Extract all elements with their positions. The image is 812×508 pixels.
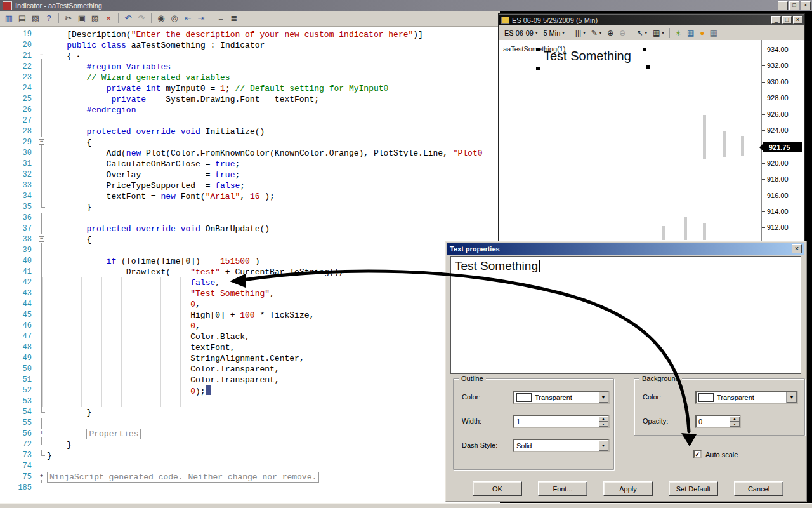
cancel-button[interactable]: Cancel (734, 481, 783, 496)
dialog-close-button[interactable]: × (792, 244, 802, 253)
crosshair-icon[interactable]: ▦▾ (650, 28, 667, 38)
spin-down-icon[interactable]: ▼ (598, 422, 608, 427)
code-line[interactable]: 40 if (ToTime(Time[0]) == 151500 ) (0, 256, 500, 267)
code-line[interactable]: 39 (0, 245, 500, 256)
code-line[interactable]: 73} (0, 450, 500, 461)
data-grid-icon[interactable]: ▦ (707, 28, 719, 38)
code-line[interactable]: 41 DrawText( "test" + CurrentBar.ToStrin… (0, 267, 500, 277)
copy-icon[interactable]: ▣ (76, 13, 88, 24)
code-line[interactable]: 21− { • (0, 51, 500, 62)
chart-style-icon[interactable]: |||▾ (573, 28, 588, 38)
code-line[interactable]: 54 } (0, 407, 500, 418)
zoom-out-icon[interactable]: ⊖ (617, 28, 628, 38)
font-button[interactable]: Font... (538, 481, 587, 496)
chart-text-object[interactable]: Test Something (544, 49, 631, 64)
code-line[interactable]: 185 (0, 483, 500, 493)
cut-icon[interactable]: ✂ (63, 13, 74, 24)
period-selector[interactable]: 5 Min▾ (540, 29, 566, 37)
code-line[interactable]: 33 PriceTypeSupported = false; (0, 180, 500, 191)
code-line[interactable]: 72 } (0, 439, 500, 450)
code-line[interactable]: 23 // Wizard generated variables (0, 72, 500, 83)
session-clock-icon[interactable]: ● (697, 28, 707, 38)
decrease-indent-icon[interactable]: ⇤ (182, 13, 193, 24)
selection-handle[interactable] (646, 65, 650, 69)
print-icon[interactable]: ▤ (16, 13, 28, 24)
code-line[interactable]: 35 } (0, 202, 500, 213)
code-line[interactable]: 19 [Description("Enter the description o… (0, 29, 500, 40)
drawing-tools-icon[interactable]: ✎▾ (589, 28, 605, 38)
outline-color-select[interactable]: Transparent ▼ (513, 391, 610, 404)
fold-collapse-icon[interactable]: − (37, 51, 47, 62)
code-line[interactable]: 51 Color.Transparent, (0, 375, 500, 385)
code-line[interactable]: 43 "Test Something", (0, 288, 500, 299)
dialog-titlebar[interactable]: Text properties × (447, 243, 804, 255)
code-line[interactable]: 22 #region Variables (0, 62, 500, 72)
code-line[interactable]: 27 (0, 116, 500, 126)
fold-expand-icon[interactable]: + (37, 472, 47, 483)
close-button[interactable]: × (793, 16, 802, 24)
code-line[interactable]: 26 #endregion (0, 105, 500, 116)
redo-icon[interactable]: ↷ (136, 13, 147, 24)
chart-titlebar[interactable]: ES 06-09 5/29/2009 (5 Min) _□× (499, 15, 804, 25)
code-line[interactable]: 37 protected override void OnBarUpdate() (0, 224, 500, 234)
outline-dash-select[interactable]: Solid ▼ (513, 439, 610, 452)
minimize-button[interactable]: _ (778, 1, 788, 10)
spell-check-icon[interactable]: ? (43, 13, 55, 24)
code-line[interactable]: 25 private System.Drawing.Font textFont; (0, 94, 500, 105)
ok-button[interactable]: OK (473, 481, 522, 496)
undo-icon[interactable]: ↶ (122, 13, 134, 24)
price-axis[interactable]: 934.00932.00930.00928.00926.00924.00921.… (761, 40, 804, 243)
increase-indent-icon[interactable]: ⇥ (195, 13, 207, 24)
code-line[interactable]: 34 textFont = new Font("Arial", 16 ); (0, 191, 500, 202)
spin-up-icon[interactable]: ▲ (730, 416, 740, 422)
selection-handle[interactable] (536, 48, 540, 51)
code-line[interactable]: 36 (0, 213, 500, 224)
selection-handle[interactable] (536, 67, 540, 70)
pointer-tool-icon[interactable]: ↖▾ (634, 28, 650, 38)
chart-properties-icon[interactable]: ▦ (684, 28, 697, 38)
text-input-area[interactable]: Test Something (450, 256, 801, 374)
indicators-icon[interactable]: ∗ (672, 28, 684, 38)
background-opacity-input[interactable]: 0 ▲▼ (695, 415, 741, 428)
code-line[interactable]: 30 Add(new Plot(Color.FromKnownColor(Kno… (0, 148, 500, 159)
uncomment-selection-icon[interactable]: ≣ (228, 13, 240, 24)
find-next-icon[interactable]: ◎ (169, 13, 180, 24)
fold-collapse-icon[interactable]: − (37, 137, 47, 148)
code-line[interactable]: 52 0); (0, 385, 500, 396)
dropdown-icon[interactable]: ▼ (786, 392, 797, 403)
maximize-button[interactable]: □ (789, 1, 799, 10)
code-line[interactable]: 29− { (0, 137, 500, 148)
print-preview-icon[interactable]: ▧ (30, 13, 41, 24)
zoom-in-icon[interactable]: ⊕ (605, 28, 616, 38)
spin-up-icon[interactable]: ▲ (598, 416, 608, 422)
fold-collapse-icon[interactable]: − (37, 234, 47, 245)
paste-icon[interactable]: ▨ (89, 13, 101, 24)
code-line[interactable]: 74 (0, 461, 500, 472)
fold-expand-icon[interactable]: + (37, 429, 47, 439)
selection-handle[interactable] (643, 48, 646, 51)
spin-down-icon[interactable]: ▼ (730, 422, 740, 427)
dropdown-icon[interactable]: ▼ (598, 440, 608, 451)
app-titlebar[interactable]: Indicator - aaTestSomething _□× (0, 0, 812, 11)
comment-selection-icon[interactable]: ≡ (215, 13, 226, 24)
code-line[interactable]: 32 Overlay = true; (0, 170, 500, 180)
delete-icon[interactable]: × (103, 13, 114, 24)
code-line[interactable]: 56+ Properties (0, 429, 500, 439)
maximize-button[interactable]: □ (782, 16, 792, 24)
code-line[interactable]: 42 false, (0, 277, 500, 288)
set-default-button[interactable]: Set Default (669, 481, 718, 496)
code-line[interactable]: 20 public class aaTestSomething : Indica… (0, 40, 500, 51)
code-line[interactable]: 50 Color.Transparent, (0, 364, 500, 375)
background-color-select[interactable]: Transparent ▼ (695, 391, 798, 404)
code-line[interactable]: 48 textFont, (0, 342, 500, 353)
code-line[interactable]: 45 High[0] + 100 * TickSize, (0, 310, 500, 321)
code-line[interactable]: 47 Color.Black, (0, 331, 500, 342)
code-line[interactable]: 53 (0, 396, 500, 407)
apply-button[interactable]: Apply (603, 481, 653, 496)
code-line[interactable]: 49 StringAlignment.Center, (0, 353, 500, 364)
code-line[interactable]: 24 private int myInput0 = 1; // Default … (0, 83, 500, 94)
code-line[interactable]: 75+NinjaScript generated code. Neither c… (0, 472, 500, 483)
save-icon[interactable]: ▥ (3, 13, 15, 24)
outline-width-input[interactable]: 1 ▲▼ (513, 415, 610, 428)
instrument-selector[interactable]: ES 06-09▾ (502, 29, 540, 37)
